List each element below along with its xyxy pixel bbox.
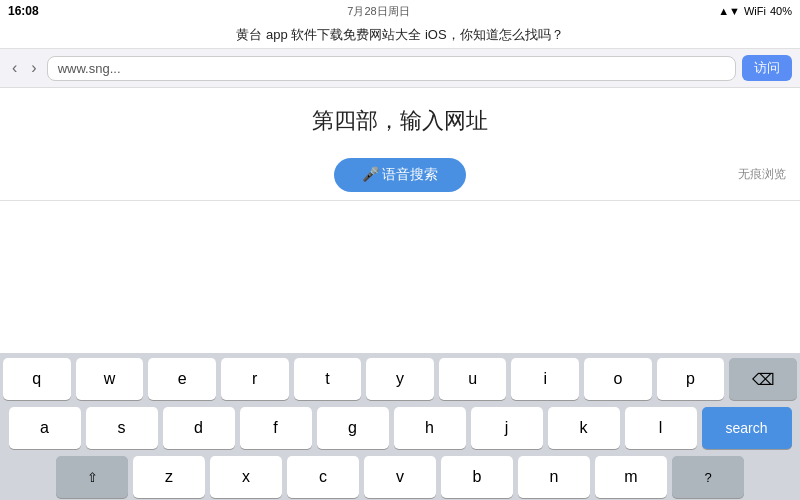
battery-icon: 40% [770, 5, 792, 17]
keyboard: q w e r t y u i o p ⌫ a s d f g h j k l … [0, 353, 800, 500]
keyboard-row-1: q w e r t y u i o p ⌫ [0, 353, 800, 402]
content-area: 第四部，输入网址 🎤 语音搜索 无痕浏览 [0, 88, 800, 218]
status-bar: 16:08 7月28日周日 ▲▼ WiFi 40% [0, 0, 800, 22]
key-l[interactable]: l [625, 407, 697, 449]
forward-button[interactable]: › [27, 57, 40, 79]
key-f[interactable]: f [240, 407, 312, 449]
voice-row: 🎤 语音搜索 无痕浏览 [0, 150, 800, 201]
key-j[interactable]: j [471, 407, 543, 449]
address-input[interactable]: www.sng... [47, 56, 736, 81]
key-d[interactable]: d [163, 407, 235, 449]
voice-search-button[interactable]: 🎤 语音搜索 [334, 158, 467, 192]
key-w[interactable]: w [76, 358, 144, 400]
status-date: 7月28日周日 [347, 4, 409, 19]
page-title: 黄台 app 软件下载免费网站大全 iOS，你知道怎么找吗？ [0, 22, 800, 49]
key-x[interactable]: x [210, 456, 282, 498]
status-right: ▲▼ WiFi 40% [718, 5, 792, 17]
shift-key[interactable]: ⇧ [56, 456, 128, 498]
key-t[interactable]: t [294, 358, 362, 400]
key-u[interactable]: u [439, 358, 507, 400]
key-p[interactable]: p [657, 358, 725, 400]
incognito-label: 无痕浏览 [738, 166, 786, 183]
key-h[interactable]: h [394, 407, 466, 449]
key-o[interactable]: o [584, 358, 652, 400]
keyboard-row-3: ⇧ z x c v b n m ? [0, 451, 800, 500]
search-key[interactable]: search [702, 407, 792, 449]
wifi-icon: WiFi [744, 5, 766, 17]
key-y[interactable]: y [366, 358, 434, 400]
key-s[interactable]: s [86, 407, 158, 449]
key-c[interactable]: c [287, 456, 359, 498]
key-v[interactable]: v [364, 456, 436, 498]
keyboard-row-2: a s d f g h j k l search [0, 402, 800, 451]
key-k[interactable]: k [548, 407, 620, 449]
key-a[interactable]: a [9, 407, 81, 449]
key-n[interactable]: n [518, 456, 590, 498]
key-q[interactable]: q [3, 358, 71, 400]
key-e[interactable]: e [148, 358, 216, 400]
question-key[interactable]: ? [672, 456, 744, 498]
status-time: 16:08 [8, 4, 39, 18]
visit-button[interactable]: 访问 [742, 55, 792, 81]
address-bar: ‹ › www.sng... 访问 [0, 49, 800, 88]
key-g[interactable]: g [317, 407, 389, 449]
key-i[interactable]: i [511, 358, 579, 400]
key-r[interactable]: r [221, 358, 289, 400]
url-text: www.sng... [58, 61, 121, 76]
content-title: 第四部，输入网址 [312, 106, 488, 136]
key-z[interactable]: z [133, 456, 205, 498]
key-m[interactable]: m [595, 456, 667, 498]
signal-icon: ▲▼ [718, 5, 740, 17]
back-button[interactable]: ‹ [8, 57, 21, 79]
key-b[interactable]: b [441, 456, 513, 498]
backspace-key[interactable]: ⌫ [729, 358, 797, 400]
